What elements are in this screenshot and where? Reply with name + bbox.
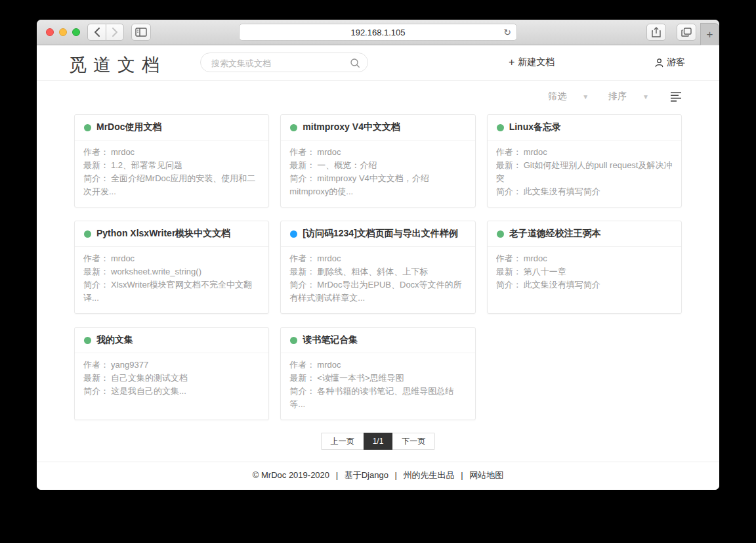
list-icon bbox=[670, 91, 682, 102]
chevron-down-icon: ▼ bbox=[582, 93, 589, 100]
card-intro-line: 简介：mitmproxy V4中文文档，介绍mitmproxy的使... bbox=[289, 172, 466, 198]
card-author-value: yang9377 bbox=[111, 360, 148, 370]
collection-status-dot bbox=[290, 337, 297, 344]
card-latest-label: 最新： bbox=[496, 267, 522, 276]
card-author-line: 作者：mrdoc bbox=[289, 252, 466, 265]
card-intro-line: 简介：全面介绍MrDoc应用的安装、使用和二次开发... bbox=[83, 172, 260, 198]
card-body: 作者：mrdoc 最新：<读懂一本书>思维导图 简介：各种书籍的读书笔记、思维导… bbox=[281, 353, 474, 416]
card-author-label: 作者： bbox=[496, 147, 522, 157]
list-view-toggle[interactable] bbox=[670, 91, 682, 102]
prev-page-button[interactable]: 上一页 bbox=[321, 433, 364, 450]
chevron-left-icon bbox=[94, 28, 100, 37]
card-intro-line: 简介：各种书籍的读书笔记、思维导图总结等... bbox=[289, 385, 466, 411]
card-author-label: 作者： bbox=[83, 253, 109, 263]
collection-status-dot bbox=[84, 337, 91, 344]
card-header: Python XlsxWriter模块中文文档 bbox=[75, 221, 268, 247]
card-latest-label: 最新： bbox=[83, 267, 109, 276]
forward-button[interactable] bbox=[106, 24, 124, 41]
card-latest-label: 最新： bbox=[289, 160, 315, 170]
card-latest-line: 最新：worksheet.write_string() bbox=[83, 265, 260, 278]
card-latest-value: 删除线、粗体、斜体、上下标 bbox=[317, 267, 428, 276]
collection-card[interactable]: mitmproxy V4中文文档 作者：mrdoc 最新：一、概览：介绍 简介：… bbox=[280, 114, 475, 207]
card-latest-line: 最新：第八十一章 bbox=[496, 265, 673, 278]
site-logo[interactable]: 觅道文档 bbox=[69, 53, 166, 77]
card-author-label: 作者： bbox=[496, 253, 522, 263]
collection-card[interactable]: MrDoc使用文档 作者：mrdoc 最新：1.2、部署常见问题 简介：全面介绍… bbox=[74, 114, 269, 207]
user-icon bbox=[654, 58, 664, 68]
collection-card[interactable]: Python XlsxWriter模块中文文档 作者：mrdoc 最新：work… bbox=[74, 221, 269, 314]
card-author-line: 作者：mrdoc bbox=[289, 358, 466, 372]
search-icon[interactable] bbox=[350, 58, 360, 68]
sidebar-toggle-button[interactable] bbox=[131, 24, 151, 41]
page-content: 觅道文档 + 新建文档 游客 筛选 bbox=[37, 45, 719, 490]
card-latest-label: 最新： bbox=[289, 267, 315, 276]
chevron-right-icon bbox=[112, 28, 118, 37]
card-intro-value: 全面介绍MrDoc应用的安装、使用和二次开发... bbox=[83, 173, 255, 196]
browser-window: 192.168.1.105 ↻ + 觅道文档 bbox=[37, 20, 719, 490]
user-menu[interactable]: 游客 bbox=[654, 56, 685, 68]
card-author-value: mrdoc bbox=[524, 253, 547, 263]
filter-dropdown[interactable]: 筛选 ▼ bbox=[548, 91, 589, 102]
address-bar[interactable]: 192.168.1.105 ↻ bbox=[239, 24, 517, 41]
collection-card[interactable]: 老子道德经校注王弼本 作者：mrdoc 最新：第八十一章 简介：此文集没有填写简… bbox=[487, 221, 682, 314]
current-page-indicator: 1/1 bbox=[364, 433, 393, 450]
card-latest-label: 最新： bbox=[496, 160, 522, 170]
collection-card[interactable]: [访问码1234]文档页面与导出文件样例 作者：mrdoc 最新：删除线、粗体、… bbox=[280, 221, 475, 314]
card-intro-label: 简介： bbox=[496, 280, 522, 290]
search-input[interactable] bbox=[210, 54, 344, 72]
screenshot-stage: 192.168.1.105 ↻ + 觅道文档 bbox=[0, 0, 756, 543]
card-latest-value: worksheet.write_string() bbox=[111, 267, 201, 276]
card-intro-label: 简介： bbox=[83, 280, 109, 290]
card-grid: MrDoc使用文档 作者：mrdoc 最新：1.2、部署常见问题 简介：全面介绍… bbox=[74, 114, 682, 420]
card-intro-label: 简介： bbox=[289, 386, 315, 396]
filter-label: 筛选 bbox=[548, 91, 566, 102]
card-author-line: 作者：mrdoc bbox=[83, 146, 260, 159]
collection-status-dot bbox=[84, 230, 91, 238]
collection-status-dot bbox=[290, 230, 297, 238]
tab-overview-button[interactable] bbox=[677, 24, 696, 41]
collection-status-dot bbox=[497, 230, 504, 238]
card-latest-value: Git如何处理别人的pull request及解决冲突 bbox=[496, 160, 673, 183]
footer-link-author[interactable]: 州的先生出品 bbox=[404, 470, 455, 480]
collection-card[interactable]: Linux备忘录 作者：mrdoc 最新：Git如何处理别人的pull requ… bbox=[487, 114, 682, 207]
card-title: Linux备忘录 bbox=[509, 121, 561, 133]
card-intro-label: 简介： bbox=[289, 173, 315, 183]
collection-card[interactable]: 读书笔记合集 作者：mrdoc 最新：<读懂一本书>思维导图 简介：各种书籍的读… bbox=[280, 327, 475, 420]
share-button[interactable] bbox=[646, 24, 666, 41]
card-header: mitmproxy V4中文文档 bbox=[281, 115, 474, 141]
card-latest-value: <读懂一本书>思维导图 bbox=[317, 373, 404, 383]
back-button[interactable] bbox=[87, 24, 106, 41]
sort-dropdown[interactable]: 排序 ▼ bbox=[608, 91, 649, 102]
nav-button-group bbox=[87, 24, 124, 41]
card-latest-value: 自己文集的测试文档 bbox=[111, 373, 188, 383]
card-body: 作者：mrdoc 最新：一、概览：介绍 简介：mitmproxy V4中文文档，… bbox=[281, 141, 474, 204]
next-page-button[interactable]: 下一页 bbox=[392, 433, 435, 450]
card-author-line: 作者：mrdoc bbox=[496, 146, 673, 159]
new-doc-button[interactable]: + 新建文档 bbox=[509, 56, 555, 68]
search-box bbox=[200, 53, 368, 72]
fullscreen-window-button[interactable] bbox=[72, 28, 80, 36]
card-title: mitmproxy V4中文文档 bbox=[303, 121, 400, 133]
browser-toolbar: 192.168.1.105 ↻ + bbox=[37, 20, 719, 45]
new-tab-button[interactable]: + bbox=[700, 23, 719, 45]
card-intro-value: 这是我自己的文集... bbox=[111, 386, 186, 396]
card-header: Linux备忘录 bbox=[488, 115, 681, 141]
card-author-label: 作者： bbox=[289, 253, 315, 263]
footer-link-django[interactable]: 基于Django bbox=[345, 470, 388, 480]
card-intro-value: 此文集没有填写简介 bbox=[524, 186, 600, 196]
card-latest-line: 最新：Git如何处理别人的pull request及解决冲突 bbox=[496, 159, 673, 185]
card-author-value: mrdoc bbox=[317, 253, 341, 263]
share-icon bbox=[652, 27, 661, 37]
card-intro-line: 简介：XlsxWriter模块官网文档不完全中文翻译... bbox=[83, 278, 260, 305]
card-latest-line: 最新：删除线、粗体、斜体、上下标 bbox=[289, 265, 466, 278]
card-intro-line: 简介：这是我自己的文集... bbox=[83, 385, 260, 398]
collection-status-dot bbox=[497, 124, 504, 131]
sidebar-icon bbox=[135, 28, 147, 37]
close-window-button[interactable] bbox=[46, 28, 54, 36]
reload-icon[interactable]: ↻ bbox=[503, 28, 511, 37]
footer-link-sitemap[interactable]: 网站地图 bbox=[469, 470, 503, 480]
minimize-window-button[interactable] bbox=[59, 28, 67, 36]
card-latest-line: 最新：<读懂一本书>思维导图 bbox=[289, 372, 466, 385]
card-latest-line: 最新：1.2、部署常见问题 bbox=[83, 159, 260, 172]
collection-card[interactable]: 我的文集 作者：yang9377 最新：自己文集的测试文档 简介：这是我自己的文… bbox=[74, 327, 269, 420]
